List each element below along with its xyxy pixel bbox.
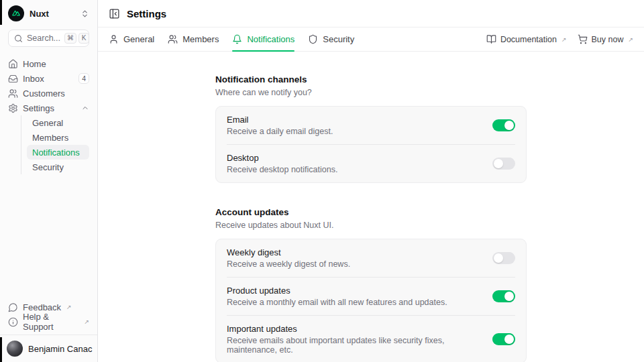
- panel-collapse-icon[interactable]: [109, 8, 120, 19]
- tab-members[interactable]: Members: [168, 27, 219, 51]
- section-description: Where can we notify you?: [215, 88, 527, 97]
- weekly-digest-toggle[interactable]: [492, 252, 515, 264]
- section-account-updates: Account updates Receive updates about Nu…: [215, 207, 527, 362]
- documentation-link[interactable]: Documentation ↗: [486, 34, 567, 44]
- important-updates-toggle[interactable]: [492, 333, 515, 345]
- shield-icon: [308, 34, 318, 44]
- message-bubble-icon: [8, 302, 18, 312]
- desktop-toggle[interactable]: [492, 158, 515, 170]
- help-support-link[interactable]: Help & Support ↗: [8, 314, 89, 329]
- setting-label: Desktop: [227, 153, 337, 163]
- setting-row-desktop: Desktop Receive desktop notifications.: [227, 144, 515, 182]
- tab-label: Members: [182, 34, 219, 44]
- external-link-icon: ↗: [84, 318, 89, 325]
- action-label: Documentation: [500, 35, 557, 44]
- inbox-icon: [8, 74, 18, 84]
- home-icon: [8, 59, 18, 69]
- settings-subnav: General Members Notifications Security: [21, 115, 89, 174]
- app-window: Nuxt Search... ⌘ K Home: [0, 0, 644, 362]
- external-link-icon: ↗: [628, 36, 633, 43]
- kbd-command: ⌘: [64, 33, 76, 44]
- sidebar-item-settings[interactable]: Settings: [8, 101, 89, 115]
- external-link-icon: ↗: [66, 304, 72, 310]
- footer-link-label: Feedback: [23, 302, 61, 312]
- sidebar-item-customers[interactable]: Customers: [8, 86, 89, 101]
- sidebar-item-label: Settings: [23, 103, 54, 113]
- email-toggle[interactable]: [492, 119, 515, 131]
- external-link-icon: ↗: [561, 36, 567, 43]
- subnav-label: Notifications: [32, 147, 80, 158]
- subnav-label: Members: [32, 133, 68, 143]
- users-icon: [168, 34, 178, 44]
- search-placeholder: Search...: [27, 34, 60, 43]
- info-circle-icon: [8, 317, 18, 327]
- sidebar-item-general[interactable]: General: [27, 115, 89, 130]
- settings-content: Notification channels Where can we notif…: [98, 52, 644, 362]
- settings-card: Email Receive a daily email digest. Desk…: [215, 106, 527, 183]
- user-menu[interactable]: Benjamin Canac: [0, 335, 97, 362]
- gear-icon: [8, 103, 18, 113]
- sidebar-item-members[interactable]: Members: [27, 130, 89, 145]
- book-open-icon: [486, 34, 496, 44]
- tab-general[interactable]: General: [109, 27, 154, 51]
- setting-label: Weekly digest: [227, 247, 350, 257]
- section-title: Notification channels: [215, 74, 527, 84]
- workspace-switcher[interactable]: Nuxt: [0, 0, 97, 24]
- section-title: Account updates: [215, 207, 527, 217]
- setting-row-important-updates: Important updates Receive emails about i…: [227, 315, 515, 362]
- screen-edge-top: [0, 0, 2, 25]
- page-title: Settings: [127, 8, 166, 19]
- tab-security[interactable]: Security: [308, 27, 354, 51]
- bell-icon: [232, 34, 242, 44]
- sidebar-item-home[interactable]: Home: [8, 56, 89, 71]
- users-icon: [8, 88, 18, 99]
- setting-row-email: Email Receive a daily email digest.: [227, 107, 515, 144]
- search-icon: [14, 34, 23, 43]
- subnav-label: General: [32, 118, 63, 128]
- setting-label: Important updates: [227, 324, 482, 334]
- user-icon: [109, 34, 119, 44]
- screen-edge-bottom: [0, 337, 2, 362]
- product-updates-toggle[interactable]: [492, 290, 515, 302]
- chevrons-up-down-icon: [80, 9, 89, 18]
- setting-label: Email: [227, 115, 333, 125]
- tabs: General Members Notifications: [109, 27, 354, 51]
- tab-notifications[interactable]: Notifications: [232, 27, 294, 51]
- sidebar-item-label: Home: [23, 59, 46, 69]
- subnav-label: Security: [32, 162, 64, 172]
- setting-description: Receive a weekly digest of news.: [227, 259, 350, 269]
- tab-label: General: [123, 34, 154, 44]
- search-shortcut: ⌘ K: [64, 33, 89, 44]
- tab-label: Security: [323, 34, 354, 44]
- inbox-count-badge: 4: [78, 73, 89, 84]
- kbd-k: K: [78, 33, 89, 44]
- user-name: Benjamin Canac: [28, 344, 92, 354]
- section-notification-channels: Notification channels Where can we notif…: [215, 74, 527, 183]
- action-label: Buy now: [592, 35, 624, 44]
- setting-description: Receive a daily email digest.: [227, 127, 333, 136]
- sidebar-item-label: Inbox: [23, 74, 44, 84]
- shopping-cart-icon: [578, 34, 588, 44]
- tab-bar: General Members Notifications: [98, 27, 644, 52]
- tab-label: Notifications: [247, 34, 294, 44]
- sidebar-nav: Home Inbox 4 Customers Settings: [0, 51, 97, 174]
- footer-link-label: Help & Support: [23, 312, 78, 332]
- workspace-name: Nuxt: [30, 9, 49, 19]
- setting-row-product-updates: Product updates Receive a monthly email …: [227, 277, 515, 315]
- settings-card: Weekly digest Receive a weekly digest of…: [215, 239, 527, 362]
- section-description: Receive updates about Nuxt UI.: [215, 221, 527, 230]
- nuxt-logo-icon: [8, 5, 24, 21]
- buy-now-link[interactable]: Buy now ↗: [578, 34, 634, 44]
- setting-label: Product updates: [227, 286, 447, 296]
- sidebar-item-notifications[interactable]: Notifications: [27, 145, 89, 160]
- sidebar-item-inbox[interactable]: Inbox 4: [8, 71, 89, 86]
- chevron-up-icon: [81, 104, 89, 112]
- sidebar-item-label: Customers: [23, 88, 65, 99]
- sidebar-item-security[interactable]: Security: [27, 160, 89, 174]
- header-actions: Documentation ↗ Buy now ↗: [486, 27, 633, 51]
- sidebar: Nuxt Search... ⌘ K Home: [0, 0, 98, 362]
- avatar: [7, 341, 23, 357]
- search-input[interactable]: Search... ⌘ K: [8, 29, 89, 47]
- title-bar: Settings: [98, 0, 644, 27]
- setting-description: Receive emails about important updates l…: [227, 336, 482, 355]
